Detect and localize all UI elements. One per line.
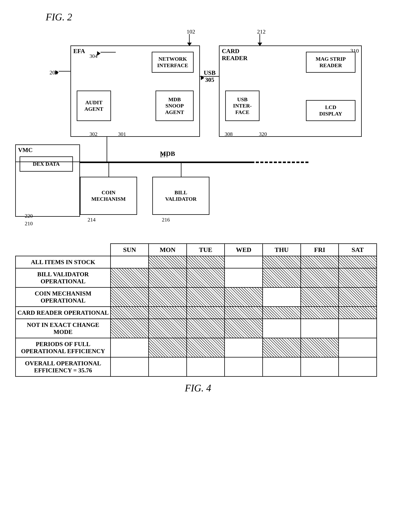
table-cell (339, 256, 377, 268)
table-cell (339, 357, 377, 377)
table-cell (262, 268, 301, 287)
table-cell (339, 338, 377, 357)
ref-304: 304 (89, 53, 98, 59)
table-cell (339, 307, 377, 319)
table-cell (186, 357, 225, 377)
usb-interface-label: USBINTER-FACE (233, 96, 252, 115)
network-interface-label: NETWORKINTERFACE (157, 56, 188, 69)
table-cell (262, 256, 301, 268)
table-cell (225, 307, 263, 319)
col-sun: SUN (111, 244, 149, 256)
fig4-caption: FIG. 4 (15, 383, 381, 394)
table-cell (301, 268, 339, 287)
table-cell (149, 338, 186, 357)
efa-box: EFA NETWORKINTERFACE AUDITAGENT MDBSNOOP… (70, 46, 200, 137)
table-cell (225, 319, 263, 338)
table-row-label: CARD READER OPERATIONAL (16, 307, 111, 319)
ref-301: 301 (118, 131, 126, 137)
ref-320: 320 (259, 131, 267, 137)
table-cell (339, 287, 377, 307)
table-cell (186, 307, 225, 319)
bill-validator-box: BILL VALIDATOR (152, 177, 210, 215)
dex-data-box: DEX DATA (20, 156, 73, 172)
coin-mechanism-label: COIN MECHANISM (91, 189, 126, 202)
table-cell (111, 307, 149, 319)
table-cell (225, 357, 263, 377)
table-cell (225, 256, 263, 268)
table-cell (111, 268, 149, 287)
table-cell (186, 256, 225, 268)
mdb-snoop-box: MDBSNOOPAGENT (156, 91, 194, 121)
vmc-box: VMC DEX DATA (15, 144, 80, 217)
ref-212: 212 (257, 28, 266, 35)
table-cell (225, 287, 263, 307)
table-cell (339, 268, 377, 287)
card-reader-box: CARDREADER 310 MAG STRIPREADER USBINTER-… (219, 46, 362, 137)
table-row-label: COIN MECHANISM OPERATIONAL (16, 287, 111, 307)
ref-302: 302 (89, 131, 98, 137)
table-row-label: PERIODS OF FULLOPERATIONAL EFFICIENCY (16, 338, 111, 357)
col-wed: WED (225, 244, 263, 256)
table-cell (111, 287, 149, 307)
ref-211: 211 (160, 152, 168, 159)
mdb-snoop-label: MDBSNOOPAGENT (165, 96, 184, 115)
table-cell (186, 287, 225, 307)
table-cell (262, 357, 301, 377)
table-cell (111, 319, 149, 338)
col-thu: THU (262, 244, 301, 256)
table-cell (262, 338, 301, 357)
mag-strip-box: MAG STRIPREADER (306, 52, 355, 73)
table-cell (262, 287, 301, 307)
table-cell (186, 319, 225, 338)
vmc-label: VMC (18, 147, 33, 154)
table-cell (149, 256, 186, 268)
table-cell (262, 319, 301, 338)
coin-mechanism-box: COIN MECHANISM (80, 177, 137, 215)
audit-agent-label: AUDITAGENT (84, 99, 103, 112)
table-row-label: BILL VALIDATOR OPERATIONAL (16, 268, 111, 287)
diagram-fig2: 102 212 EFA NETWORKINTERFACE AUDITAGENT … (15, 28, 377, 228)
table-cell (149, 287, 186, 307)
ref-308: 308 (225, 131, 233, 137)
table-cell (111, 357, 149, 377)
table-cell (149, 307, 186, 319)
lcd-display-label: LCDDISPLAY (319, 104, 342, 117)
table-cell (186, 338, 225, 357)
table-cell (149, 268, 186, 287)
table-cell (301, 357, 339, 377)
col-tue: TUE (186, 244, 225, 256)
usb-interface-box: USBINTER-FACE (225, 91, 260, 121)
ref-220: 220 (25, 213, 33, 219)
table-cell (111, 338, 149, 357)
fig4-section: SUN MON TUE WED THU FRI SAT ALL ITEMS IN… (15, 243, 381, 394)
table-cell (186, 268, 225, 287)
table-cell (149, 357, 186, 377)
fig2-title: FIG. 2 (46, 11, 381, 23)
table-cell (301, 338, 339, 357)
table-cell (225, 268, 263, 287)
table-row-label: OVERALL OPERATIONALEFFICIENCY = 35.76 (16, 357, 111, 377)
network-interface-box: NETWORKINTERFACE (152, 52, 194, 73)
col-fri: FRI (301, 244, 339, 256)
ref-216: 216 (162, 217, 170, 223)
bill-validator-label: BILL VALIDATOR (165, 189, 197, 202)
table-cell (149, 319, 186, 338)
ref-210: 210 (25, 221, 33, 227)
table-cell (262, 307, 301, 319)
table-cell (301, 256, 339, 268)
audit-agent-box: AUDITAGENT (77, 91, 111, 121)
table-cell (111, 256, 149, 268)
ref-214: 214 (87, 217, 96, 223)
table-cell (225, 338, 263, 357)
mag-strip-label: MAG STRIPREADER (316, 56, 346, 69)
table-row-label: NOT IN EXACT CHANGE MODE (16, 319, 111, 338)
table-cell (339, 319, 377, 338)
table-cell (301, 319, 339, 338)
efa-label: EFA (73, 48, 85, 55)
fig4-table: SUN MON TUE WED THU FRI SAT ALL ITEMS IN… (15, 243, 377, 377)
table-row-label: ALL ITEMS IN STOCK (16, 256, 111, 268)
table-cell (301, 287, 339, 307)
col-mon: MON (149, 244, 186, 256)
table-cell (301, 307, 339, 319)
card-reader-label: CARDREADER (222, 48, 247, 62)
